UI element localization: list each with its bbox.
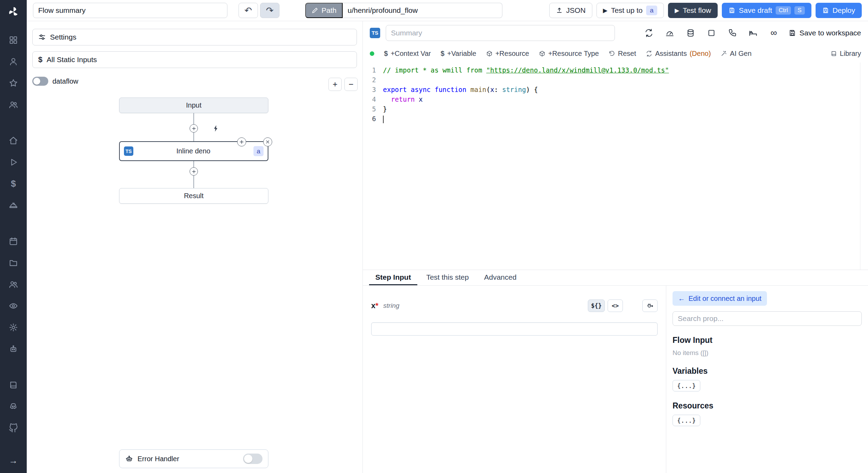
arrow-left-icon: ← [678, 295, 685, 303]
add-resource-button[interactable]: +Resource [486, 50, 529, 58]
phone-icon[interactable] [726, 27, 738, 39]
library-button[interactable]: Library [831, 50, 861, 58]
undo-button[interactable]: ↶ [239, 3, 258, 18]
zoom-in-button[interactable]: + [328, 78, 342, 91]
insert-step-button[interactable] [190, 124, 198, 133]
save-icon [822, 7, 829, 14]
dataflow-label: dataflow [52, 77, 78, 85]
node-add-button[interactable] [237, 137, 246, 146]
save-to-workspace-button[interactable]: Save to workspace [788, 29, 861, 37]
star-icon[interactable] [6, 75, 21, 91]
restart-icon[interactable] [643, 27, 655, 39]
dataflow-toggle[interactable] [32, 77, 48, 86]
save-draft-button[interactable]: Save draft Ctrl S [722, 3, 811, 18]
tab-test-this-step[interactable]: Test this step [420, 270, 475, 285]
tab-advanced[interactable]: Advanced [478, 270, 523, 285]
home-icon[interactable] [6, 133, 21, 148]
eye-icon[interactable] [6, 298, 21, 313]
play-icon[interactable] [6, 154, 21, 170]
users-icon[interactable] [6, 97, 21, 112]
assistants-button[interactable]: Assistants(Deno) [646, 50, 711, 58]
step-summary-input[interactable] [386, 25, 615, 41]
zoom-out-button[interactable]: − [344, 78, 358, 91]
flow-node-input[interactable]: Input [119, 98, 268, 113]
node-delete-button[interactable] [263, 137, 272, 146]
flow-node-result[interactable]: Result [119, 188, 268, 204]
connect-input-button[interactable] [642, 299, 658, 312]
edit-or-connect-button[interactable]: ← Edit or connect an input [673, 291, 767, 306]
plug-icon [646, 302, 654, 310]
add-context-var-button[interactable]: $+Context Var [384, 50, 431, 58]
concurrency-square-icon[interactable] [705, 27, 718, 39]
reset-button[interactable]: Reset [609, 50, 636, 58]
pencil-icon [311, 7, 318, 14]
path-group: Path [305, 3, 502, 18]
undo-icon: ↶ [244, 5, 252, 16]
main-area: ↶ ↷ Path JSON ▶ Test up to a [27, 0, 868, 473]
flow-summary-input[interactable] [33, 3, 227, 18]
test-up-to-button[interactable]: ▶ Test up to a [596, 3, 664, 18]
folder-icon[interactable] [6, 255, 21, 270]
database-icon[interactable] [684, 27, 697, 39]
variables-title: Variables [673, 366, 862, 376]
sleep-icon[interactable] [747, 27, 759, 39]
user-icon[interactable] [6, 54, 21, 69]
template-mode-button[interactable]: ${} [588, 299, 605, 312]
hard-hat-icon[interactable] [6, 197, 21, 213]
gear-icon[interactable] [6, 320, 21, 335]
search-prop-input[interactable] [673, 311, 862, 326]
expand-sidebar-button[interactable]: → [6, 453, 21, 468]
code-mode-button[interactable]: <> [608, 299, 623, 312]
windmill-logo[interactable] [7, 5, 20, 19]
ai-gen-button[interactable]: AI Gen [720, 50, 751, 58]
flow-node-inline-deno[interactable]: TS Inline deno a [119, 141, 268, 161]
robot-icon[interactable] [6, 341, 21, 356]
redo-button[interactable]: ↷ [260, 3, 279, 18]
add-variable-button[interactable]: $+Variable [441, 50, 476, 58]
members-icon[interactable] [6, 277, 21, 292]
trigger-bolt-button[interactable] [212, 124, 220, 133]
bolt-icon [212, 125, 220, 132]
editor-toolbar: $+Context Var $+Variable +Resource +Reso… [363, 44, 868, 62]
add-resource-type-button[interactable]: +Resource Type [539, 50, 599, 58]
edit-path-button[interactable]: Path [305, 3, 343, 18]
resources-title: Resources [673, 401, 862, 411]
infinity-icon[interactable]: ∞ [768, 27, 780, 39]
lsp-status-dot [370, 51, 374, 56]
cycle-icon [646, 50, 652, 57]
insert-step-button[interactable] [190, 167, 198, 176]
param-value-input[interactable] [371, 322, 658, 336]
param-name: x [371, 301, 375, 310]
cube-icon [539, 50, 545, 57]
path-input[interactable] [343, 3, 502, 18]
dataflow-row: dataflow [32, 77, 78, 86]
flow-settings-button[interactable]: Settings [32, 29, 357, 45]
apps-grid-icon[interactable] [6, 32, 21, 48]
code-editor[interactable]: 1// import * as wmill from "https://deno… [363, 62, 868, 270]
static-inputs-button[interactable]: $ All Static Inputs [32, 51, 357, 68]
error-handler-box[interactable]: Error Handler [119, 449, 268, 468]
book-icon[interactable] [6, 377, 21, 392]
sliders-icon [38, 33, 46, 41]
rotate-icon [609, 50, 615, 57]
gauge-icon[interactable] [663, 27, 676, 39]
param-type: string [383, 302, 399, 310]
typescript-badge: TS [370, 28, 380, 38]
json-button[interactable]: JSON [549, 3, 592, 18]
deploy-button[interactable]: Deploy [816, 3, 862, 18]
step-editor-panel: TS ∞ Save to workspace [363, 21, 868, 473]
github-icon[interactable] [6, 420, 21, 436]
test-flow-button[interactable]: ▶ Test flow [668, 3, 718, 18]
play-icon: ▶ [675, 7, 679, 14]
error-handler-toggle[interactable] [243, 454, 262, 464]
dollar-icon: $ [441, 50, 444, 58]
tab-step-input[interactable]: Step Input [369, 270, 417, 285]
left-nav-sidebar: $ → [0, 0, 27, 473]
resources-chip[interactable]: {...} [673, 415, 700, 426]
editor-scrollbar[interactable] [860, 62, 860, 270]
flow-graph-panel: Settings $ All Static Inputs dataflow + … [27, 21, 363, 473]
variables-chip[interactable]: {...} [673, 380, 700, 391]
calendar-icon[interactable] [6, 234, 21, 249]
discord-icon[interactable] [6, 399, 21, 414]
dollar-icon[interactable]: $ [6, 176, 21, 191]
